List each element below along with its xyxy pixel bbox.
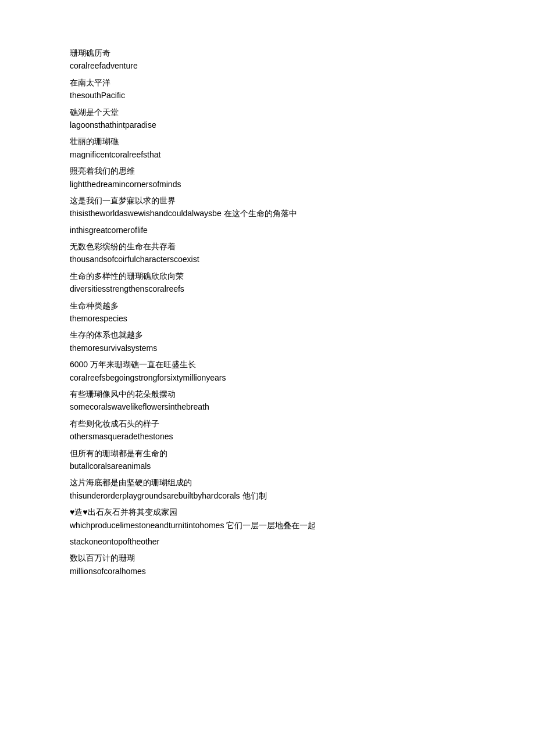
english-line: diversitiesstrengthenscoralreefs	[70, 282, 465, 295]
text-pair: inthisgreatcorneroflife	[70, 224, 465, 237]
chinese-line: 礁湖是个天堂	[70, 106, 465, 119]
english-line: themoresurvivalsystems	[70, 342, 465, 354]
main-content: 珊瑚礁历奇coralreefadventure在南太平洋thesouthPaci…	[70, 46, 465, 578]
english-line: magnificentcoralreefsthat	[70, 148, 465, 161]
chinese-line: 这是我们一直梦寐以求的世界	[70, 194, 465, 207]
text-pair: 无数色彩缤纷的生命在共存着thousandsofcoirfulcharacter…	[70, 240, 465, 266]
text-pair: 在南太平洋thesouthPacific	[70, 76, 465, 102]
chinese-line: 在南太平洋	[70, 76, 465, 89]
chinese-line: 6000 万年来珊瑚礁一直在旺盛生长	[70, 358, 465, 371]
text-pair: 但所有的珊瑚都是有生命的butallcoralsareanimals	[70, 447, 465, 473]
text-pair: 珊瑚礁历奇coralreefadventure	[70, 46, 465, 73]
english-line: coralreefsbegoingstrongforsixtymillionye…	[70, 371, 465, 384]
chinese-line: 照亮着我们的思维	[70, 164, 465, 177]
english-line: somecoralswavelikeflowersinthebreath	[70, 400, 465, 413]
english-line: lightthedreamincornersofminds	[70, 178, 465, 191]
text-pair: 礁湖是个天堂lagoonsthathintparadise	[70, 106, 465, 132]
text-pair: 有些则化妆成石头的样子othersmasqueradethestones	[70, 417, 465, 443]
text-pair: 生命的多样性的珊瑚礁欣欣向荣diversitiesstrengthenscora…	[70, 270, 465, 296]
english-line: whichproducelimestoneandturnitintohomes …	[70, 519, 465, 532]
text-pair: 这片海底都是由坚硬的珊瑚组成的thisunderorderplaygrounds…	[70, 476, 465, 502]
chinese-line: 无数色彩缤纷的生命在共存着	[70, 240, 465, 253]
english-line: thisunderorderplaygroundsarebuiltbyhardc…	[70, 489, 465, 502]
english-line: thisistheworldaswewishandcouldalwaysbe 在…	[70, 207, 465, 220]
english-line: othersmasqueradethestones	[70, 430, 465, 443]
chinese-line: 生存的体系也就越多	[70, 328, 465, 341]
chinese-line: 壮丽的珊瑚礁	[70, 135, 465, 148]
text-pair: 6000 万年来珊瑚礁一直在旺盛生长coralreefsbegoingstron…	[70, 358, 465, 384]
text-pair: 有些珊瑚像风中的花朵般摆动somecoralswavelikeflowersin…	[70, 388, 465, 414]
text-pair: 照亮着我们的思维lightthedreamincornersofminds	[70, 164, 465, 191]
chinese-line: 生命种类越多	[70, 299, 465, 312]
chinese-line: 生命的多样性的珊瑚礁欣欣向荣	[70, 270, 465, 282]
english-line: coralreefadventure	[70, 59, 465, 72]
text-pair: 生存的体系也就越多themoresurvivalsystems	[70, 328, 465, 354]
english-line: themorespecies	[70, 312, 465, 325]
chinese-line: 珊瑚礁历奇	[70, 46, 465, 59]
text-pair: ♥造♥出石灰石并将其变成家园whichproducelimestoneandtu…	[70, 506, 465, 532]
english-line: butallcoralsareanimals	[70, 460, 465, 472]
chinese-line: 这片海底都是由坚硬的珊瑚组成的	[70, 476, 465, 489]
text-pair: 这是我们一直梦寐以求的世界thisistheworldaswewishandco…	[70, 194, 465, 220]
chinese-line: 数以百万计的珊瑚	[70, 551, 465, 564]
chinese-line: 但所有的珊瑚都是有生命的	[70, 447, 465, 460]
chinese-line: stackoneontopoftheother	[70, 535, 465, 548]
text-pair: 数以百万计的珊瑚millionsofcoralhomes	[70, 551, 465, 578]
english-line: thousandsofcoirfulcharacterscoexist	[70, 253, 465, 266]
english-line: lagoonsthathintparadise	[70, 119, 465, 131]
chinese-line: 有些则化妆成石头的样子	[70, 417, 465, 430]
text-pair: stackoneontopoftheother	[70, 535, 465, 548]
english-line: millionsofcoralhomes	[70, 565, 465, 578]
chinese-line: 有些珊瑚像风中的花朵般摆动	[70, 388, 465, 400]
text-pair: 生命种类越多themorespecies	[70, 299, 465, 325]
text-pair: 壮丽的珊瑚礁magnificentcoralreefsthat	[70, 135, 465, 161]
english-line: thesouthPacific	[70, 89, 465, 102]
chinese-line: ♥造♥出石灰石并将其变成家园	[70, 506, 465, 518]
chinese-line: inthisgreatcorneroflife	[70, 224, 465, 237]
